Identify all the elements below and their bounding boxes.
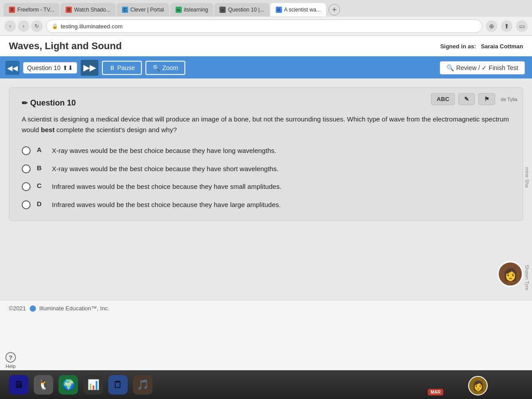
radio-a[interactable]: [22, 146, 31, 155]
edit-tool-button[interactable]: ✎: [458, 93, 475, 105]
option-letter-c: C: [37, 182, 46, 189]
option-text-b: X-ray waves would be the best choice bec…: [52, 164, 278, 174]
option-letter-d: D: [37, 200, 46, 207]
url-bar[interactable]: 🔒 testing.illuminateed.com: [46, 20, 482, 33]
answer-option-d[interactable]: D Infrared waves would be the best choic…: [22, 200, 510, 210]
reload-button[interactable]: ↻: [31, 20, 43, 32]
back-button[interactable]: ‹: [4, 20, 16, 32]
tab-freeform[interactable]: R Freeform - TV...: [4, 3, 59, 16]
share-button[interactable]: ⬆: [501, 20, 512, 32]
copyright-text: ©2021: [9, 305, 26, 312]
pencil-icon: ✏: [22, 99, 27, 107]
avatar-icon: 👩: [503, 267, 518, 282]
flag-icon: ⚑: [484, 96, 489, 102]
nav-buttons: ‹ › ↻: [4, 20, 43, 32]
pause-label: Pause: [117, 64, 135, 71]
pause-button[interactable]: ⏸ Pause: [102, 61, 142, 75]
page-content: Waves, Light and Sound Signed in as: Sar…: [0, 36, 532, 385]
review-label: Review / ✓ Finish Test: [456, 64, 518, 71]
tab-clever[interactable]: C Clever | Portal: [117, 3, 169, 16]
url-text: testing.illuminateed.com: [61, 23, 122, 30]
answer-options: A X-ray waves would be the best choice b…: [22, 146, 510, 210]
signed-in-label: Signed in as:: [440, 43, 476, 50]
question-number-label: Question 10: [30, 98, 76, 108]
sidebar-button[interactable]: ▭: [516, 20, 528, 32]
side-panel-label-tylia: de Tylia: [501, 97, 517, 102]
flag-tool-button[interactable]: ⚑: [478, 93, 495, 105]
review-icon: 🔍: [446, 64, 454, 71]
address-bar: ‹ › ↻ 🔒 testing.illuminateed.com ⊕ ⬆ ▭: [0, 17, 532, 35]
radio-c[interactable]: [22, 182, 31, 191]
tab-favicon-q10: Q: [219, 7, 226, 13]
illuminate-logo-icon: [30, 305, 36, 312]
option-text-c: Infrared waves would be the best choice …: [52, 182, 282, 192]
option-letter-b: B: [37, 164, 46, 172]
tab-favicon-scientist: G: [276, 7, 282, 13]
help-label: Help: [6, 364, 16, 369]
answer-option-c[interactable]: C Infrared waves would be the best choic…: [22, 182, 510, 192]
option-letter-a: A: [37, 146, 46, 153]
forward-button[interactable]: ›: [18, 20, 29, 32]
dock-avatar[interactable]: 👩: [468, 376, 488, 395]
abc-tool-button[interactable]: ABC: [431, 93, 455, 105]
dock-app2[interactable]: 🐧: [34, 375, 53, 395]
tab-itslearning[interactable]: its itslearning: [170, 3, 214, 16]
mac-dock: 🖥 🐧 🌍 📊 🗒 🎵 MAR 👩: [0, 370, 532, 399]
side-label-shawn: Shawn Tyre: [524, 265, 530, 290]
question-text: A scientist is designing a medical devic…: [22, 114, 510, 135]
abc-label: ABC: [437, 96, 449, 102]
edit-icon: ✎: [464, 96, 469, 102]
next-question-button[interactable]: ▶▶: [81, 60, 98, 76]
side-label-mine: mine Sha: [524, 167, 530, 188]
help-area: ? Help: [5, 352, 16, 369]
option-text-a: X-ray waves would be the best choice bec…: [52, 146, 276, 156]
question-selector[interactable]: Question 10 ⬆⬇: [23, 62, 77, 74]
answer-option-b[interactable]: B X-ray waves would be the best choice b…: [22, 164, 510, 174]
page-header: Waves, Light and Sound Signed in as: Sar…: [0, 36, 532, 57]
page-footer: ©2021 Illuminate Education™, Inc.: [0, 300, 532, 316]
tab-scientist[interactable]: G A scientist wa...: [270, 3, 326, 16]
question-selector-label: Question 10: [27, 64, 61, 71]
tab-favicon-its: its: [176, 7, 182, 13]
pause-icon: ⏸: [109, 64, 115, 71]
dock-app5[interactable]: 🗒: [108, 375, 128, 395]
company-name: Illuminate Education™, Inc.: [39, 305, 110, 312]
review-finish-button[interactable]: 🔍 Review / ✓ Finish Test: [440, 61, 525, 74]
extensions-button[interactable]: ⊕: [486, 20, 497, 32]
zoom-icon: 🔍: [153, 64, 160, 71]
mar-badge: MAR: [428, 389, 443, 395]
dock-finder[interactable]: 🖥: [9, 375, 28, 395]
new-tab-button[interactable]: +: [329, 4, 340, 16]
zoom-label: Zoom: [162, 64, 178, 71]
signed-in-bar: Signed in as: Saraia Cottman: [440, 43, 523, 50]
help-button[interactable]: ?: [5, 352, 16, 363]
tab-bar: R Freeform - TV... R Watch Shado... C Cl…: [0, 0, 532, 17]
radio-b[interactable]: [22, 164, 31, 173]
lock-icon: 🔒: [52, 23, 58, 29]
prev-question-button[interactable]: ◀◀: [5, 61, 20, 75]
tools-bar: ABC ✎ ⚑ de Tylia: [431, 93, 517, 105]
answer-option-a[interactable]: A X-ray waves would be the best choice b…: [22, 146, 510, 156]
tab-favicon-clever: C: [122, 7, 128, 13]
tab-watch[interactable]: R Watch Shado...: [60, 3, 116, 16]
dock-app3[interactable]: 🌍: [59, 375, 78, 395]
dock-app6[interactable]: 🎵: [133, 375, 153, 395]
signed-in-user: Saraia Cottman: [481, 43, 523, 50]
question-box: ABC ✎ ⚑ de Tylia ✏ Question 10 A scienti…: [9, 87, 523, 221]
zoom-button[interactable]: 🔍 Zoom: [145, 61, 185, 75]
tab-favicon-freeform: R: [9, 7, 15, 13]
tab-question10[interactable]: Q Question 10 |...: [214, 3, 269, 16]
selector-arrow-icon: ⬆⬇: [63, 64, 73, 71]
radio-d[interactable]: [22, 200, 31, 209]
tab-favicon-watch: R: [66, 7, 72, 13]
option-text-d: Infrared waves would be the best choice …: [52, 200, 281, 210]
page-title: Waves, Light and Sound: [9, 40, 122, 52]
question-area: ABC ✎ ⚑ de Tylia ✏ Question 10 A scienti…: [0, 78, 532, 300]
avatar: 👩: [497, 261, 523, 287]
dock-app4[interactable]: 📊: [83, 375, 103, 395]
question-nav-bar: ◀◀ Question 10 ⬆⬇ ▶▶ ⏸ Pause 🔍 Zoom 🔍 Re…: [0, 57, 532, 78]
browser-chrome: R Freeform - TV... R Watch Shado... C Cl…: [0, 0, 532, 36]
